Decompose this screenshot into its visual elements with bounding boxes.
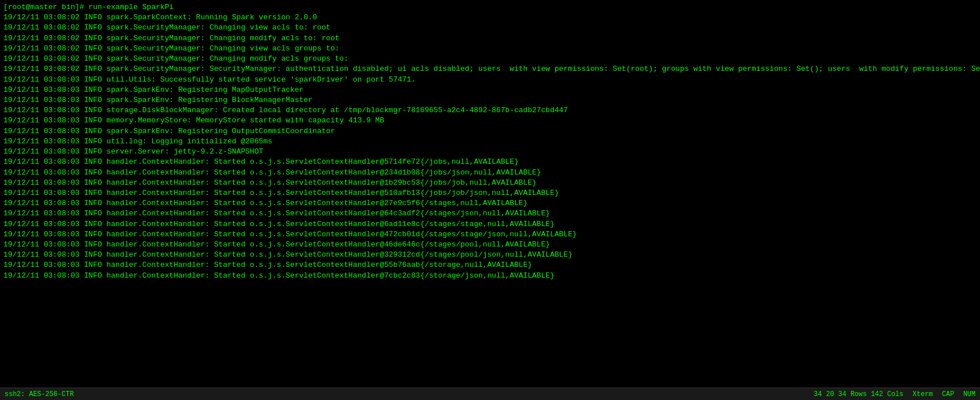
terminal-line: 19/12/11 03:08:03 INFO server.Server: je…: [3, 147, 977, 157]
terminal-line: 19/12/11 03:08:03 INFO handler.ContextHa…: [3, 229, 977, 240]
terminal-line: 19/12/11 03:08:03 INFO spark.SparkEnv: R…: [3, 95, 977, 105]
terminal-line: 19/12/11 03:08:03 INFO handler.ContextHa…: [3, 198, 977, 208]
status-dimensions: 34 20 34 Rows 142 Cols: [814, 390, 903, 398]
terminal-line: 19/12/11 03:08:03 INFO spark.SparkEnv: R…: [3, 85, 977, 95]
terminal-output: [root@master bin]# run-example SparkPi19…: [0, 0, 980, 388]
terminal-line: 19/12/11 03:08:02 INFO spark.SecurityMan…: [3, 23, 977, 33]
terminal-line: 19/12/11 03:08:03 INFO handler.ContextHa…: [3, 188, 977, 198]
terminal-line: 19/12/11 03:08:03 INFO handler.ContextHa…: [3, 260, 977, 270]
terminal-line: 19/12/11 03:08:02 INFO spark.SparkContex…: [3, 12, 977, 23]
terminal-line: 19/12/11 03:08:03 INFO storage.DiskBlock…: [3, 105, 977, 116]
terminal-line: 19/12/11 03:08:03 INFO memory.MemoryStor…: [3, 116, 977, 126]
terminal-line: 19/12/11 03:08:03 INFO handler.ContextHa…: [3, 208, 977, 219]
status-right: 34 20 34 Rows 142 Cols Xterm CAP NUM: [814, 390, 975, 398]
terminal-line: 19/12/11 03:08:02 INFO spark.SecurityMan…: [3, 54, 977, 64]
terminal-line: 19/12/11 03:08:03 INFO handler.ContextHa…: [3, 219, 977, 229]
status-terminal-type: Xterm: [913, 390, 933, 398]
terminal-line: 19/12/11 03:08:03 INFO handler.ContextHa…: [3, 157, 977, 167]
terminal-line: 19/12/11 03:08:03 INFO handler.ContextHa…: [3, 271, 977, 281]
terminal-line: 19/12/11 03:08:03 INFO util.Utils: Succe…: [3, 75, 977, 85]
terminal-line: 19/12/11 03:08:03 INFO handler.ContextHa…: [3, 168, 977, 178]
terminal-line: 19/12/11 03:08:02 INFO spark.SecurityMan…: [3, 44, 977, 54]
terminal-line: 19/12/11 03:08:02 INFO spark.SecurityMan…: [3, 33, 977, 44]
terminal-line: [root@master bin]# run-example SparkPi: [3, 2, 977, 12]
terminal-line: 19/12/11 03:08:03 INFO util.log: Logging…: [3, 137, 977, 147]
terminal-window[interactable]: [root@master bin]# run-example SparkPi19…: [0, 0, 980, 400]
terminal-line: 19/12/11 03:08:03 INFO spark.SparkEnv: R…: [3, 126, 977, 137]
terminal-line: 19/12/11 03:08:02 INFO spark.SecurityMan…: [3, 64, 977, 74]
terminal-line: 19/12/11 03:08:03 INFO handler.ContextHa…: [3, 178, 977, 188]
status-left: ssh2: AES-256-CTR: [5, 390, 74, 398]
terminal-line: 19/12/11 03:08:03 INFO handler.ContextHa…: [3, 250, 977, 260]
status-caps-lock: CAP: [942, 390, 955, 398]
status-bar: ssh2: AES-256-CTR 34 20 34 Rows 142 Cols…: [0, 388, 980, 400]
status-connection: ssh2: AES-256-CTR: [5, 390, 74, 398]
status-num-lock: NUM: [963, 390, 975, 398]
terminal-line: 19/12/11 03:08:03 INFO handler.ContextHa…: [3, 240, 977, 250]
